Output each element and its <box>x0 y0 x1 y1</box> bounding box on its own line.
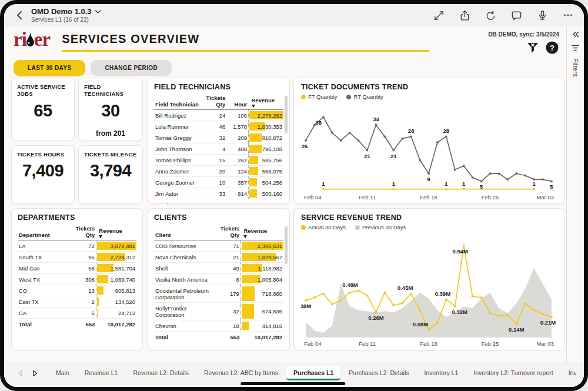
svg-text:Feb 25: Feb 25 <box>482 194 499 200</box>
sort-desc-icon <box>252 105 255 108</box>
page-tab[interactable]: Inventory L1 <box>417 366 465 380</box>
field-technicians-table: Field Technician Tickets Qty Hour Revenu… <box>154 93 283 204</box>
col-header[interactable]: Department <box>18 223 68 240</box>
service-revenue-trend-chart[interactable]: 0.38M0.48M0.26M0.45M0.08M0.39M0.32M0.94M… <box>301 230 557 350</box>
page-tab[interactable]: Main <box>49 366 76 380</box>
table-row[interactable]: Chevron 18 414,816 <box>154 320 283 332</box>
back-chevron-icon <box>15 10 24 21</box>
table-row[interactable]: Occidental Petroleum Corporation 179 718… <box>154 285 283 303</box>
kpi-active-service-jobs[interactable]: ACTIVE SERVICE JOBS 65 <box>11 78 75 141</box>
last-30-days-button[interactable]: LAST 30 DAYS <box>14 60 85 76</box>
clear-filters-icon[interactable] <box>526 41 540 55</box>
help-icon[interactable]: ? <box>545 41 559 55</box>
comment-icon[interactable] <box>511 10 522 21</box>
table-row[interactable]: Shell 49 1,118,982 <box>154 263 283 274</box>
chart-legend: FT QuantityRT Quantity <box>301 93 557 100</box>
col-header[interactable]: Field Technician <box>154 93 203 110</box>
table-row[interactable]: Lola Rummer 46 1,570 1,030,353 <box>154 121 283 132</box>
col-header-sorted[interactable]: Revenue <box>96 223 136 240</box>
table-row[interactable]: John Thomson 4 488 796,108 <box>154 143 283 155</box>
svg-text:Feb 04: Feb 04 <box>304 194 322 200</box>
kpi-value: 65 <box>17 101 69 121</box>
table-row[interactable]: Tomas Phillips 15 262 585,756 <box>154 155 283 166</box>
page-tab[interactable]: Revenue L1 <box>78 366 125 380</box>
kpi-tickets-hours[interactable]: TICKETS HOURS 7,409 <box>11 145 75 204</box>
table-scrollbar[interactable] <box>285 96 288 133</box>
svg-text:28: 28 <box>443 128 450 134</box>
change-period-button[interactable]: CHANGE PERIOD <box>91 60 172 76</box>
back-button[interactable] <box>15 10 24 21</box>
table-row[interactable]: Nova Chemicals 21 1,879,567 <box>154 252 283 263</box>
undo-icon[interactable] <box>485 10 496 21</box>
table-row[interactable]: LA 72 3,872,481 <box>18 240 136 252</box>
page-tab[interactable]: Revenue L2: ABC by Items <box>197 366 285 380</box>
col-header[interactable]: Tickets Qty <box>68 223 96 240</box>
expand-icon[interactable] <box>433 10 445 21</box>
col-header[interactable]: Client <box>154 223 212 240</box>
mic-icon[interactable] <box>537 10 548 21</box>
table-row[interactable]: EOG Resources 71 2,306,631 <box>154 240 283 252</box>
filter-lines-icon[interactable] <box>572 45 579 51</box>
col-header-sorted[interactable]: Revenue <box>240 223 283 240</box>
table-row[interactable]: Tomas Greggy 32 209 810,872 <box>154 132 283 143</box>
next-page-arrow[interactable] <box>28 367 43 379</box>
kpi-value: 7,409 <box>17 161 69 181</box>
svg-text:0.32M: 0.32M <box>452 309 467 315</box>
more-icon[interactable] <box>563 10 573 21</box>
page-tab[interactable]: Inventory L2: ABC <box>562 366 576 380</box>
card-title: DEPARTMENTS <box>18 213 136 222</box>
table-total-row: Total 553 10,017,282 <box>18 319 136 330</box>
clients-table: Client Tickets Qty Revenue EOG Re <box>154 223 283 342</box>
col-header-sorted[interactable]: Revenue <box>249 93 283 110</box>
table-row[interactable]: Veolia North America 6 1,005,804 <box>154 274 283 285</box>
page-header: ri er SERVICES OVERVIEW DB DEMO, sync: 3… <box>4 26 584 55</box>
svg-text:1: 1 <box>322 181 325 187</box>
col-header[interactable]: Tickets Qty <box>212 223 240 240</box>
table-row[interactable]: HollyFrontier Corporation 32 674,836 <box>154 303 283 320</box>
table-row[interactable]: Mid Con 58 1,581,704 <box>18 263 136 274</box>
prev-page-arrow[interactable] <box>12 367 28 379</box>
svg-text:1: 1 <box>462 181 466 187</box>
kpi-label: TICKETS MILEAGE <box>84 151 137 158</box>
report-title-block[interactable]: OMD Demo 1.0.3 Services L1 (16 of 22) <box>31 8 101 23</box>
chevron-down-icon[interactable] <box>95 9 101 14</box>
col-header[interactable]: Tickets Qty <box>203 93 227 110</box>
legend-item[interactable]: Actual 30 Days <box>301 224 346 230</box>
collapse-chevrons-icon[interactable] <box>572 31 579 38</box>
report-canvas: Filters ri er SERVICES OVERVIEW DB DEMO,… <box>4 26 584 363</box>
kpi-value: 3,794 <box>84 161 137 181</box>
page-tab[interactable]: Purchases L1 <box>286 366 340 380</box>
legend-item[interactable]: FT Quantity <box>301 93 337 100</box>
page-tab[interactable]: Inventory L2: Turnover report <box>466 366 560 380</box>
filters-pane-collapsed[interactable]: Filters <box>566 26 584 363</box>
ticket-documents-trend-card: TICKET DOCUMENTS TREND FT QuantityRT Qua… <box>293 78 565 204</box>
table-row[interactable]: Bill Rodrigez 24 106 2,279,262 <box>154 110 283 121</box>
ticket-documents-trend-chart[interactable]: 2638213421289285511111Feb 04Feb 11Feb 18… <box>301 100 557 203</box>
svg-text:34: 34 <box>373 116 379 122</box>
table-scrollbar[interactable] <box>285 226 288 264</box>
table-row[interactable]: West TX 308 1,069,740 <box>18 274 136 285</box>
table-row[interactable]: South TX 95 2,728,312 <box>18 252 136 263</box>
share-icon[interactable] <box>459 10 470 21</box>
svg-text:Mar 03: Mar 03 <box>536 194 554 200</box>
table-row[interactable]: East TX 2 134,520 <box>18 296 136 308</box>
svg-text:0.38M: 0.38M <box>301 303 311 309</box>
col-header[interactable]: Hour <box>226 93 248 110</box>
table-row[interactable]: CO 13 605,813 <box>18 285 136 296</box>
table-row[interactable]: Jim Astor 33 814 500,160 <box>154 188 283 199</box>
kpi-tickets-mileage[interactable]: TICKETS MILEAGE 3,794 <box>78 145 143 204</box>
table-row[interactable]: George Zoomer 10 357 504,256 <box>154 177 283 188</box>
table-row[interactable]: CA 5 24,712 <box>18 308 136 319</box>
svg-text:28: 28 <box>408 128 415 134</box>
page-tab[interactable]: Purchases L2: Details <box>342 366 416 380</box>
svg-text:Feb 18: Feb 18 <box>420 340 437 347</box>
svg-text:Feb 25: Feb 25 <box>482 340 499 347</box>
table-row[interactable]: Anna Zoomer 20 124 566,075 <box>154 166 283 177</box>
svg-text:0.21M: 0.21M <box>540 319 556 326</box>
legend-item[interactable]: Previous 30 Days <box>355 224 406 230</box>
home-indicator[interactable] <box>240 382 345 385</box>
kpi-field-technicians[interactable]: FIELD TECHNICIANS 30 from 201 <box>78 78 143 141</box>
filters-pane-label[interactable]: Filters <box>572 58 579 77</box>
legend-item[interactable]: RT Quantity <box>346 93 383 100</box>
page-tab[interactable]: Revenue L2: Details <box>126 366 196 380</box>
